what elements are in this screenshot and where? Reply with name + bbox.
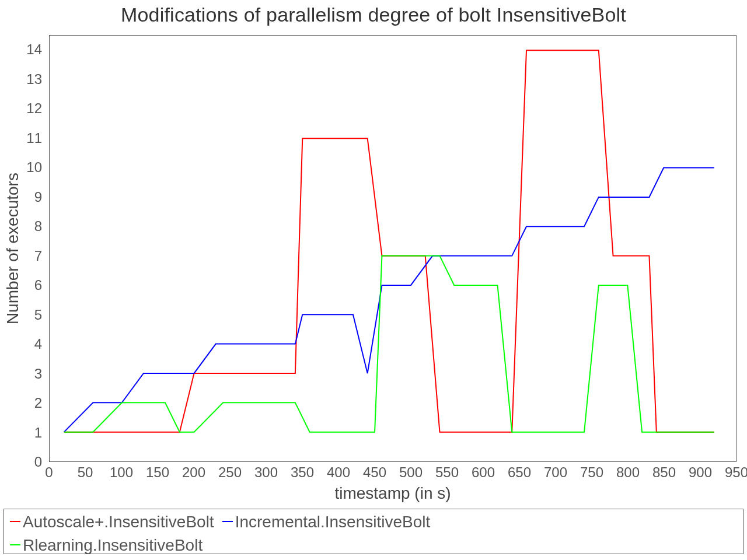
- y-tick-label: 7: [34, 248, 42, 264]
- y-tick-label: 3: [34, 366, 42, 382]
- x-tick-label: 600: [472, 464, 495, 481]
- x-tick-label: 100: [110, 464, 133, 481]
- legend-label: Autoscale+.InsensitiveBolt: [23, 513, 214, 531]
- y-tick-label: 4: [34, 336, 42, 352]
- page-title: Modifications of parallelism degree of b…: [0, 4, 747, 26]
- x-tick-label: 400: [327, 464, 350, 481]
- x-tick-label: 250: [218, 464, 242, 481]
- legend-swatch-icon: [10, 521, 20, 522]
- y-tick-label: 10: [26, 159, 42, 176]
- y-axis-ticks: 01234567891011121314: [0, 35, 47, 462]
- y-tick-label: 9: [34, 189, 42, 205]
- legend-swatch-icon: [222, 521, 233, 522]
- x-tick-label: 900: [689, 464, 712, 481]
- legend-swatch-icon: [10, 544, 20, 545]
- x-tick-label: 150: [146, 464, 169, 481]
- y-tick-label: 6: [34, 277, 42, 293]
- x-tick-label: 200: [182, 464, 205, 481]
- y-tick-label: 12: [26, 100, 42, 117]
- legend-item-autoscale: Autoscale+.InsensitiveBolt: [10, 513, 214, 531]
- legend-label: Rlearning.InsensitiveBolt: [23, 536, 203, 555]
- y-tick-label: 13: [26, 71, 42, 88]
- x-tick-label: 450: [363, 464, 386, 481]
- y-tick-label: 8: [34, 218, 42, 235]
- series-line: [64, 256, 714, 432]
- y-tick-label: 2: [34, 395, 42, 411]
- x-tick-label: 850: [652, 464, 676, 481]
- y-tick-label: 14: [26, 41, 42, 58]
- x-tick-label: 650: [508, 464, 531, 481]
- x-tick-label: 300: [254, 464, 278, 481]
- x-tick-label: 0: [45, 464, 53, 481]
- x-tick-label: 500: [399, 464, 423, 481]
- y-tick-label: 0: [34, 454, 42, 470]
- x-tick-label: 750: [580, 464, 603, 481]
- plot-svg: [50, 36, 736, 461]
- x-tick-label: 350: [291, 464, 314, 481]
- x-tick-label: 550: [435, 464, 459, 481]
- series-line: [64, 168, 714, 432]
- legend-item-incremental: Incremental.InsensitiveBolt: [222, 513, 431, 531]
- x-axis-label: timestamp (in s): [49, 484, 736, 503]
- y-tick-label: 1: [34, 425, 42, 441]
- x-tick-label: 800: [616, 464, 640, 481]
- y-tick-label: 5: [34, 307, 42, 323]
- x-tick-label: 700: [544, 464, 567, 481]
- x-tick-label: 50: [78, 464, 93, 481]
- legend: Autoscale+.InsensitiveBolt Incremental.I…: [4, 509, 743, 554]
- y-tick-label: 11: [26, 130, 42, 146]
- x-tick-label: 950: [725, 464, 747, 481]
- plot-area: [49, 35, 736, 462]
- legend-label: Incremental.InsensitiveBolt: [235, 513, 431, 531]
- series-line: [64, 50, 714, 432]
- legend-item-rlearning: Rlearning.InsensitiveBolt: [10, 536, 203, 555]
